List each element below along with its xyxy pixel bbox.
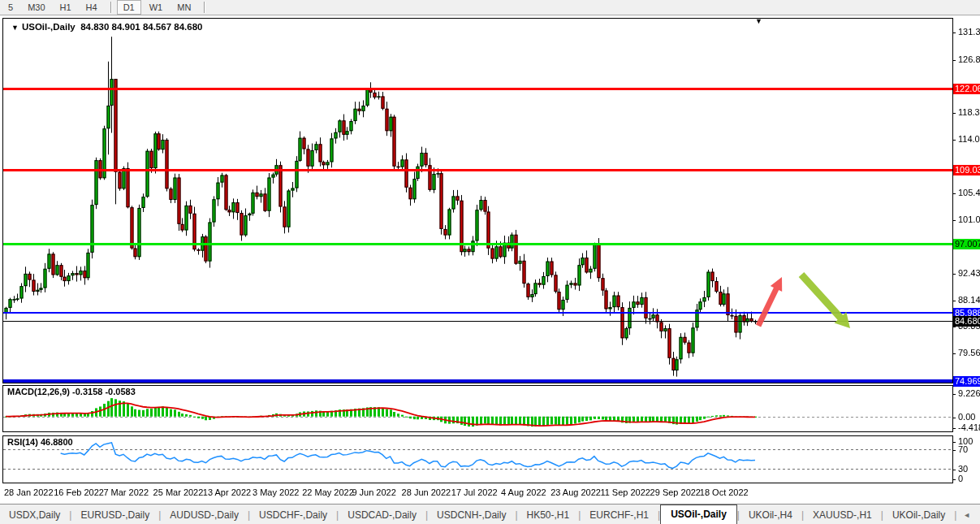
- tick-dash: [952, 394, 956, 395]
- price-axis-tick: 131.300: [952, 27, 980, 37]
- tick-dash: [952, 479, 956, 480]
- rsi-indicator-label: RSI(14) 46.8800: [7, 437, 73, 447]
- macd-axis-tick: 9.2266: [952, 388, 980, 398]
- price-axis-tick: 92.430: [952, 268, 980, 278]
- tick-dash: [952, 450, 956, 451]
- price-level-line: [3, 312, 952, 314]
- tab-usdchf-daily[interactable]: USDCHF-,Daily: [250, 507, 336, 524]
- price-level-badge: 122.068: [953, 84, 980, 94]
- price-level-badge: 74.969: [953, 376, 980, 387]
- price-level-line: [3, 88, 952, 90]
- price-level-badge: 84.680: [953, 316, 980, 327]
- price-axis-tick: 79.560: [952, 348, 980, 357]
- chevron-down-icon: ▼: [11, 24, 19, 32]
- date-axis-label: 18 Oct 2022: [700, 487, 749, 497]
- price-level-badge: 109.038: [953, 165, 980, 175]
- tab-eurchf-h1[interactable]: EURCHF-,H1: [581, 507, 658, 524]
- tab-scroll-left-icon[interactable]: ◄: [956, 511, 977, 524]
- trading-platform-window: 5M30H1H4D1W1MN ▼USOil-,Daily 84.830 84.9…: [0, 0, 980, 524]
- tick-dash: [952, 193, 956, 194]
- date-axis-label: 17 Jul 2022: [451, 487, 498, 497]
- price-level-line: [3, 243, 952, 245]
- tick-dash: [952, 60, 956, 61]
- chart-title: ▼USOil-,Daily 84.830 84.901 84.567 84.68…: [11, 22, 202, 32]
- tab-usdcad-daily[interactable]: USDCAD-,Daily: [339, 507, 425, 524]
- tab-ukoil-daily[interactable]: UKOil-,Daily: [883, 507, 954, 524]
- tick-dash: [952, 220, 956, 221]
- chart-shift-marker-icon[interactable]: ▼: [755, 17, 762, 25]
- tab-usdcnh-daily[interactable]: USDCNH-,Daily: [428, 507, 515, 524]
- date-axis-label: 11 Sep 2022: [600, 487, 650, 497]
- date-axis-label: 28 Jan 2022: [4, 487, 54, 497]
- price-level-line: [3, 321, 952, 322]
- tab-hk50-h1[interactable]: HK50-,H1: [518, 507, 579, 524]
- tab-audusd-daily[interactable]: AUDUSD-,Daily: [161, 507, 248, 524]
- date-axis-label: 22 May 2022: [302, 487, 354, 497]
- tab-ukoil-h4[interactable]: UKOil-,H4: [740, 507, 801, 524]
- chart-canvas[interactable]: [0, 0, 980, 524]
- rsi-axis-tick: 30: [952, 464, 968, 474]
- date-axis-label: 29 Sep 2022: [650, 487, 701, 497]
- date-axis-label: 28 Jun 2022: [402, 487, 451, 497]
- tick-dash: [952, 418, 956, 418]
- price-axis-tick: 101.010: [952, 214, 980, 224]
- rsi-axis-tick: 0: [952, 474, 963, 483]
- tab-xauusd-h1[interactable]: XAUUSD-,H1: [804, 507, 881, 524]
- tick-dash: [952, 32, 956, 33]
- tick-dash: [952, 274, 956, 275]
- tab-usdx-daily[interactable]: USDX,Daily: [0, 507, 69, 524]
- tab-usoil-daily[interactable]: USOil-,Daily: [660, 505, 737, 524]
- tick-dash: [952, 301, 956, 301]
- tick-dash: [952, 442, 956, 443]
- date-axis-label: 23 Aug 2022: [550, 487, 601, 497]
- price-axis-tick: 126.880: [952, 54, 980, 64]
- symbol-tab-bar: USDX,Daily|EURUSD-,Daily|AUDUSD-,Daily|U…: [0, 504, 980, 524]
- tick-dash: [952, 353, 956, 354]
- date-axis-label: 13 Apr 2022: [203, 487, 251, 497]
- rsi-axis-tick: 70: [952, 444, 968, 454]
- chart-symbol-period: USOil-,Daily: [22, 22, 76, 32]
- date-axis-label: 16 Feb 2022: [54, 487, 104, 497]
- price-axis-tick: 114.010: [952, 134, 980, 144]
- macd-indicator-label: MACD(12,26,9) -0.3158 -0.0583: [7, 387, 136, 396]
- tick-dash: [952, 470, 956, 470]
- tab-eurusd-daily[interactable]: EURUSD-,Daily: [71, 507, 158, 524]
- date-axis-label: 25 Mar 2022: [153, 487, 204, 497]
- tick-dash: [952, 140, 956, 141]
- date-axis-label: 9 Jun 2022: [352, 487, 395, 497]
- macd-axis-tick: 0.00: [952, 412, 975, 422]
- date-axis-label: 3 May 2022: [253, 487, 299, 497]
- macd-axis-tick: -4.4188: [952, 422, 980, 432]
- date-axis-label: 4 Aug 2022: [501, 487, 546, 497]
- price-axis-tick: 88.140: [952, 295, 980, 305]
- price-axis-tick: 118.300: [952, 107, 980, 117]
- price-level-line: [3, 379, 952, 383]
- chart-ohlc-values: 84.830 84.901 84.567 84.680: [80, 22, 202, 32]
- tick-dash: [952, 428, 956, 429]
- date-axis-label: 7 Mar 2022: [103, 487, 149, 497]
- tick-dash: [952, 113, 956, 114]
- price-axis-tick: 105.430: [952, 188, 980, 197]
- tab-scroll-right-icon[interactable]: ►: [977, 511, 980, 524]
- price-level-line: [3, 169, 952, 171]
- price-level-badge: 97.007: [953, 239, 980, 249]
